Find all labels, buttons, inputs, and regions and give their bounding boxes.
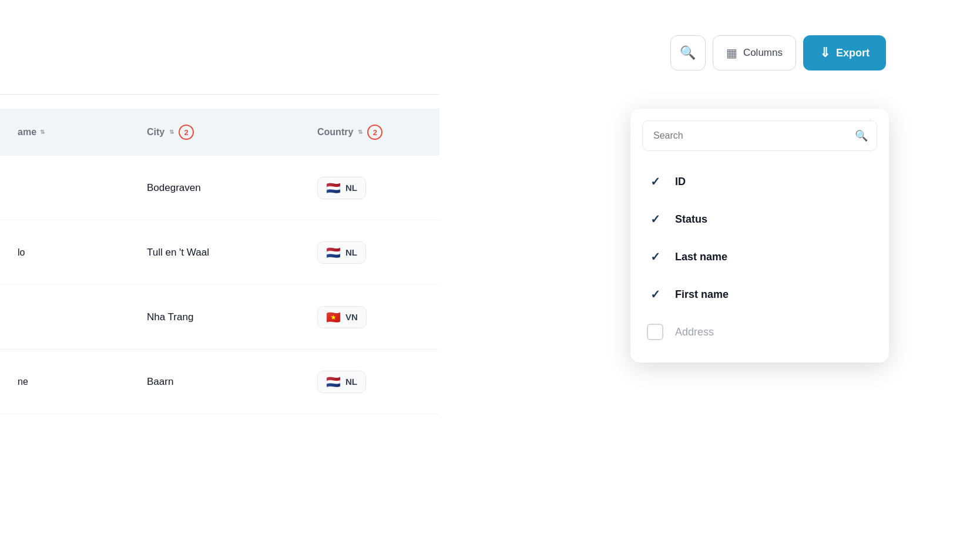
cell-city: Bodegraven [129, 182, 306, 194]
col-header-country: Country ⇅ 2 [306, 125, 439, 140]
cell-city: Baarn [129, 376, 306, 388]
country-badge: 🇳🇱 NL [317, 371, 366, 393]
search-button[interactable]: 🔍 [670, 35, 706, 71]
columns-label: Columns [743, 47, 783, 59]
table-divider [0, 94, 439, 95]
cell-country: 🇳🇱 NL [306, 371, 439, 393]
export-icon: ⇓ [820, 45, 830, 61]
country-flag: 🇳🇱 [326, 247, 341, 259]
country-flag: 🇳🇱 [326, 182, 341, 194]
column-item-address[interactable]: Address [630, 313, 889, 351]
country-col-label: Country [317, 127, 353, 137]
name-sort-icon[interactable]: ⇅ [40, 129, 45, 135]
checkbox-id[interactable]: ✓ [647, 173, 663, 190]
column-label-last_name: Last name [675, 251, 727, 263]
column-label-id: ID [675, 176, 686, 188]
table-header: ame ⇅ City ⇅ 2 Country ⇅ 2 [0, 109, 439, 156]
city-sort-icon[interactable]: ⇅ [169, 129, 174, 135]
cell-name: ne [0, 377, 129, 387]
table-row: lo Tull en 't Waal 🇳🇱 NL [0, 220, 439, 285]
columns-icon: ▦ [726, 46, 737, 60]
table-row: Bodegraven 🇳🇱 NL [0, 156, 439, 220]
check-icon: ✓ [650, 250, 660, 264]
search-icon: 🔍 [680, 45, 696, 61]
cell-country: 🇳🇱 NL [306, 241, 439, 264]
cell-city: Tull en 't Waal [129, 247, 306, 259]
country-sort-icon[interactable]: ⇅ [358, 129, 363, 135]
column-label-address: Address [675, 326, 714, 338]
column-label-first_name: First name [675, 288, 729, 301]
country-code: NL [345, 183, 357, 193]
country-flag: 🇻🇳 [326, 311, 341, 323]
table-row: Nha Trang 🇻🇳 VN [0, 285, 439, 350]
cell-country: 🇻🇳 VN [306, 306, 439, 328]
country-code: NL [345, 247, 357, 257]
country-badge: 🇻🇳 VN [317, 306, 367, 328]
cell-city: Nha Trang [129, 311, 306, 323]
column-item-status[interactable]: ✓ Status [630, 200, 889, 238]
country-badge: 🇳🇱 NL [317, 241, 366, 264]
country-code: NL [345, 377, 357, 387]
city-filter-badge[interactable]: 2 [179, 125, 194, 140]
table-body: Bodegraven 🇳🇱 NL lo Tull en 't Waal 🇳🇱 N… [0, 156, 439, 537]
country-filter-badge[interactable]: 2 [367, 125, 382, 140]
column-item-last_name[interactable]: ✓ Last name [630, 238, 889, 276]
country-badge: 🇳🇱 NL [317, 177, 366, 199]
city-col-label: City [147, 127, 165, 137]
check-icon: ✓ [650, 287, 660, 301]
name-col-label: ame [18, 127, 36, 137]
export-button[interactable]: ⇓ Export [803, 35, 886, 71]
export-label: Export [836, 47, 870, 59]
checkbox-last_name[interactable]: ✓ [647, 249, 663, 265]
check-icon: ✓ [650, 212, 660, 226]
columns-dropdown: 🔍 ✓ ID ✓ Status ✓ Last name ✓ First name… [630, 109, 889, 363]
cell-country: 🇳🇱 NL [306, 177, 439, 199]
columns-button[interactable]: ▦ Columns [713, 35, 796, 71]
dropdown-search-input[interactable] [642, 120, 877, 151]
column-item-first_name[interactable]: ✓ First name [630, 276, 889, 313]
check-icon: ✓ [650, 174, 660, 189]
country-flag: 🇳🇱 [326, 376, 341, 388]
col-header-name: ame ⇅ [0, 127, 129, 137]
country-code: VN [345, 312, 358, 322]
cell-name: lo [0, 247, 129, 258]
dropdown-search-icon: 🔍 [855, 129, 868, 142]
dropdown-search-container: 🔍 [642, 120, 877, 151]
checkbox-first_name[interactable]: ✓ [647, 286, 663, 303]
column-label-status: Status [675, 213, 707, 226]
col-header-city: City ⇅ 2 [129, 125, 306, 140]
checkbox-status[interactable]: ✓ [647, 211, 663, 227]
column-item-id[interactable]: ✓ ID [630, 163, 889, 200]
toolbar: 🔍 ▦ Columns ⇓ Export [670, 35, 886, 71]
checkbox-address[interactable] [647, 324, 663, 340]
table-row: ne Baarn 🇳🇱 NL [0, 350, 439, 414]
